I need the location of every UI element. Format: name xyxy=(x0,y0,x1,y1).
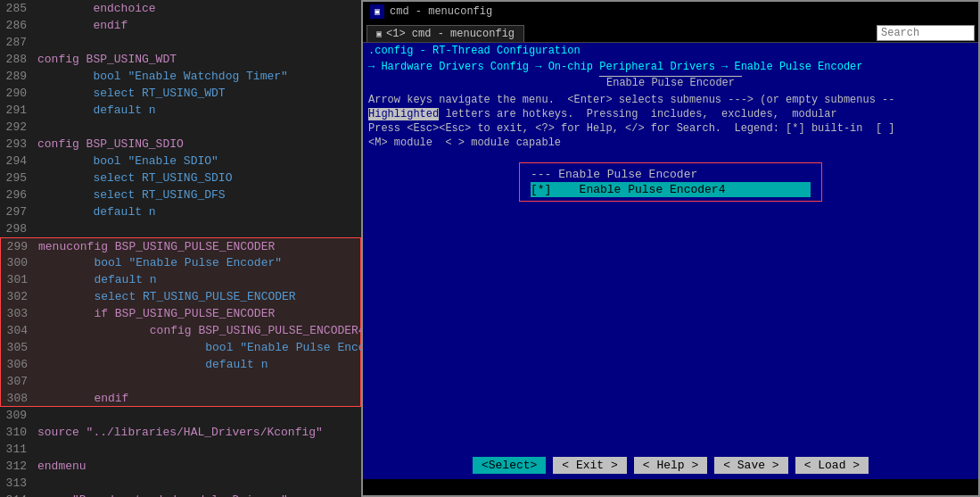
code-editor: 285 endchoice286 endif287288config BSP_U… xyxy=(0,0,361,497)
menu-item[interactable]: --- Enable Pulse Encoder xyxy=(531,167,811,182)
line-content: menuconfig BSP_USING_PULSE_ENCODER xyxy=(38,238,275,255)
code-line: 314menu "Board extended module Drivers" xyxy=(0,492,361,497)
line-number: 309 xyxy=(0,407,37,424)
line-number: 288 xyxy=(0,51,37,68)
help-line: Highlighted letters are hotkeys. Pressin… xyxy=(368,107,973,121)
code-line: 286 endif xyxy=(0,17,361,34)
line-number: 287 xyxy=(0,34,37,51)
line-number: 289 xyxy=(0,68,37,85)
bottom-button[interactable]: <Select> xyxy=(473,457,546,474)
code-line: 292 xyxy=(0,119,361,136)
line-number: 299 xyxy=(1,238,38,255)
code-line: 287 xyxy=(0,34,361,51)
code-line: 288config BSP_USING_WDT xyxy=(0,51,361,68)
breadcrumb-root: .config - RT-Thread Configuration xyxy=(368,45,581,57)
line-content: endif xyxy=(38,390,128,407)
line-number: 295 xyxy=(0,170,37,186)
code-line: 297 default n xyxy=(0,203,361,220)
search-input[interactable] xyxy=(877,25,975,41)
line-number: 302 xyxy=(1,288,38,305)
code-line: 304 config BSP_USING_PULSE_ENCODER4 xyxy=(0,322,361,339)
bottom-buttons: <Select>< Exit >< Help >< Save >< Load > xyxy=(363,451,978,479)
line-content: endif xyxy=(37,17,128,34)
code-line: 301 default n xyxy=(0,271,361,288)
line-content: default n xyxy=(38,356,268,373)
line-content: config BSP_USING_PULSE_ENCODER4 xyxy=(38,322,361,339)
bottom-button[interactable]: < Save > xyxy=(714,457,787,474)
code-line: 285 endchoice xyxy=(0,0,361,17)
help-text-area: Arrow keys navigate the menu. <Enter> se… xyxy=(363,91,978,152)
line-content: bool "Enable Pulse Encoder4" xyxy=(38,339,361,356)
bottom-button[interactable]: < Exit > xyxy=(553,457,626,474)
line-number: 305 xyxy=(1,339,38,356)
line-content: default n xyxy=(37,203,156,220)
line-number: 293 xyxy=(0,136,37,153)
line-number: 306 xyxy=(1,356,38,373)
line-content: endchoice xyxy=(37,0,156,17)
help-line: <M> module < > module capable xyxy=(368,136,973,150)
code-line: 293config BSP_USING_SDIO xyxy=(0,136,361,153)
help-line: Arrow keys navigate the menu. <Enter> se… xyxy=(368,93,973,107)
code-line: 310source "../libraries/HAL_Drivers/Kcon… xyxy=(0,424,361,441)
line-number: 294 xyxy=(0,153,37,170)
line-number: 310 xyxy=(0,424,37,441)
menu-item[interactable]: [*] Enable Pulse Encoder4 xyxy=(531,182,811,197)
code-line: 305 bool "Enable Pulse Encoder4" xyxy=(0,339,361,356)
line-content: config BSP_USING_SDIO xyxy=(37,136,184,153)
line-content: default n xyxy=(37,102,156,119)
code-line: 308 endif xyxy=(0,390,361,407)
line-number: 285 xyxy=(0,0,37,17)
line-number: 303 xyxy=(1,305,38,322)
menuconfig-area: .config - RT-Thread Configuration → Hard… xyxy=(363,43,978,495)
line-content: endmenu xyxy=(37,458,86,475)
line-number: 313 xyxy=(0,475,37,492)
code-line: 311 xyxy=(0,441,361,458)
code-line: 296 select RT_USING_DFS xyxy=(0,186,361,203)
line-content: default n xyxy=(38,271,157,288)
breadcrumb-path-text: → Hardware Drivers Config → On-chip Peri… xyxy=(368,61,863,73)
code-line: 289 bool "Enable Watchdog Timer" xyxy=(0,68,361,85)
code-line: 298 xyxy=(0,220,361,237)
line-number: 296 xyxy=(0,186,37,203)
line-number: 290 xyxy=(0,85,37,102)
line-number: 311 xyxy=(0,441,37,458)
breadcrumb-path: → Hardware Drivers Config → On-chip Peri… xyxy=(363,59,978,75)
menuconfig-tab[interactable]: ▣ <1> cmd - menuconfig xyxy=(366,25,524,42)
line-content: bool "Enable SDIO" xyxy=(37,153,218,170)
line-number: 300 xyxy=(1,254,38,271)
line-content: config BSP_USING_WDT xyxy=(37,51,177,68)
code-line: 313 xyxy=(0,475,361,492)
bottom-status-bar xyxy=(363,479,978,495)
tab-bar: ▣ <1> cmd - menuconfig xyxy=(363,21,978,43)
code-line: 295 select RT_USING_SDIO xyxy=(0,170,361,186)
code-line: 307 xyxy=(0,373,361,390)
code-line: 290 select RT_USING_WDT xyxy=(0,85,361,102)
terminal-icon: ▣ xyxy=(370,4,384,19)
code-line: 306 default n xyxy=(0,356,361,373)
line-content: select RT_USING_SDIO xyxy=(37,170,232,186)
tab-label: <1> cmd - menuconfig xyxy=(386,28,515,40)
code-line: 294 bool "Enable SDIO" xyxy=(0,153,361,170)
bottom-button[interactable]: < Help > xyxy=(634,457,707,474)
line-number: 291 xyxy=(0,102,37,119)
code-line: 291 default n xyxy=(0,102,361,119)
terminal-title-bar: ▣ cmd - menuconfig xyxy=(363,2,978,21)
tab-icon: ▣ xyxy=(376,29,382,39)
line-number: 292 xyxy=(0,119,37,136)
bottom-button[interactable]: < Load > xyxy=(795,457,869,474)
line-number: 298 xyxy=(0,220,37,237)
code-line: 299menuconfig BSP_USING_PULSE_ENCODER xyxy=(0,237,361,254)
code-line: 309 xyxy=(0,407,361,424)
line-content: bool "Enable Pulse Encoder" xyxy=(38,254,282,271)
line-content: bool "Enable Watchdog Timer" xyxy=(37,68,288,85)
line-number: 301 xyxy=(1,271,38,288)
line-number: 307 xyxy=(1,373,38,390)
line-number: 314 xyxy=(0,492,37,497)
line-content: select RT_USING_PULSE_ENCODER xyxy=(38,288,296,305)
line-number: 286 xyxy=(0,17,37,34)
code-line: 302 select RT_USING_PULSE_ENCODER xyxy=(0,288,361,305)
line-number: 297 xyxy=(0,203,37,220)
section-title-line: Enable Pulse Encoder xyxy=(363,75,978,91)
code-line: 312endmenu xyxy=(0,458,361,475)
line-content: select RT_USING_WDT xyxy=(37,85,226,102)
